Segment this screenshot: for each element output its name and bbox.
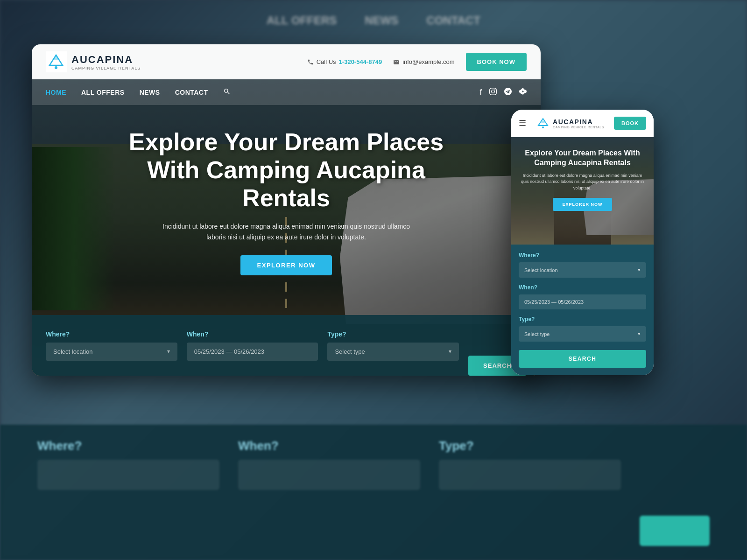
desktop-mockup: AUCAPINA CAMPING VILLAGE RENTALS Call Us…: [32, 44, 541, 376]
blurred-when-input: [238, 460, 420, 490]
hero-subtitle: Incididunt ut labore eut dolore magna al…: [158, 221, 415, 242]
blurred-when-label: When?: [238, 439, 420, 453]
mobile-location-chevron: ▾: [638, 267, 641, 273]
mobile-type-group: Type? Select type ▾: [519, 316, 646, 342]
desktop-nav: HOME ALL OFFERS NEWS CONTACT f: [32, 79, 541, 105]
hero-section: AUCAPINA CAMPING VILLAGE RENTALS Call Us…: [32, 44, 541, 376]
mobile-hero-subtitle: Incididunt ut labore eut dolore magna al…: [519, 173, 646, 192]
mobile-where-label: Where?: [519, 252, 646, 259]
nav-search-icon[interactable]: [223, 88, 231, 97]
desktop-location-select[interactable]: Select location ▾: [46, 343, 177, 361]
mobile-hero: Explore Your Dream Places With Camping A…: [511, 137, 654, 245]
desktop-logo: AUCAPINA CAMPING VILLAGE RENTALS: [46, 51, 141, 72]
blurred-search-btn: [640, 516, 710, 546]
location-placeholder: Select location: [53, 348, 93, 355]
call-label: Call Us: [317, 58, 336, 65]
desktop-logo-subtitle: CAMPING VILLAGE RENTALS: [71, 66, 141, 70]
nav-all-offers[interactable]: ALL OFFERS: [81, 89, 125, 96]
mobile-location-select[interactable]: Select location ▾: [519, 262, 646, 278]
mobile-mockup: ☰ AUCAPINA CAMPING VEHICLE RENTALS BOOK …: [511, 110, 654, 375]
desktop-logo-icon: [46, 51, 67, 72]
blurred-when-field: When?: [238, 439, 420, 490]
blurred-nav-news: NEWS: [365, 14, 398, 27]
type-chevron-down-icon: ▾: [449, 348, 451, 355]
facebook-icon[interactable]: f: [480, 88, 482, 97]
phone-icon: [307, 59, 314, 65]
mobile-logo-text: AUCAPINA CAMPING VEHICLE RENTALS: [553, 118, 604, 129]
mobile-logo-subtitle: CAMPING VEHICLE RENTALS: [553, 126, 604, 129]
desktop-where-field: Where? Select location ▾: [46, 330, 177, 361]
mobile-when-group: When? 05/25/2023 — 05/26/2023: [519, 284, 646, 309]
mobile-search-form: Where? Select location ▾ When? 05/25/202…: [511, 245, 654, 375]
blurred-where-label: Where?: [37, 439, 219, 453]
svg-point-3: [55, 66, 57, 69]
hero-content: Explore Your Dream Places With Camping A…: [32, 128, 541, 275]
nav-links: HOME ALL OFFERS NEWS CONTACT: [46, 88, 231, 97]
hamburger-menu-icon[interactable]: ☰: [519, 118, 526, 128]
desktop-when-label: When?: [187, 330, 318, 338]
mobile-type-chevron: ▾: [638, 331, 641, 337]
desktop-where-label: Where?: [46, 330, 177, 338]
desktop-date-input[interactable]: 05/25/2023 — 05/26/2023: [187, 343, 318, 361]
telegram-icon[interactable]: [504, 88, 512, 97]
mobile-type-label: Type?: [519, 316, 646, 322]
phone-number[interactable]: 1-320-544-8749: [339, 58, 382, 65]
mobile-type-placeholder: Select type: [524, 331, 550, 337]
youtube-icon[interactable]: [519, 88, 527, 97]
header-email: info@example.com: [393, 58, 454, 65]
mobile-search-button[interactable]: SEARCH: [519, 350, 646, 368]
email-address[interactable]: info@example.com: [402, 58, 454, 65]
desktop-search-bar: Where? Select location ▾ When? 05/25/202…: [32, 315, 541, 376]
desktop-header: AUCAPINA CAMPING VILLAGE RENTALS Call Us…: [32, 44, 541, 79]
mobile-logo-name: AUCAPINA: [553, 118, 604, 126]
mobile-explorer-button[interactable]: EXPLORER NOW: [553, 198, 612, 211]
desktop-type-select[interactable]: Select type ▾: [327, 343, 459, 361]
blurred-where-field: Where?: [37, 439, 219, 490]
desktop-type-field: Type? Select type ▾: [327, 330, 459, 361]
blurred-where-input: [37, 460, 219, 490]
social-links: f: [480, 88, 527, 97]
mobile-when-label: When?: [519, 284, 646, 291]
chevron-down-icon: ▾: [167, 348, 170, 355]
book-now-button[interactable]: BOOK NOW: [466, 53, 527, 71]
mobile-hero-content: Explore Your Dream Places With Camping A…: [511, 137, 654, 218]
desktop-logo-name: AUCAPINA: [71, 54, 141, 66]
nav-news[interactable]: NEWS: [140, 89, 160, 96]
blurred-type-label: Type?: [439, 439, 621, 453]
type-placeholder: Select type: [335, 348, 365, 355]
blurred-nav-contact: CONTACT: [426, 14, 480, 27]
header-phone: Call Us 1-320-544-8749: [307, 58, 382, 65]
mobile-where-group: Where? Select location ▾: [519, 252, 646, 278]
mobile-logo: AUCAPINA CAMPING VEHICLE RENTALS: [536, 116, 604, 130]
mobile-date-input[interactable]: 05/25/2023 — 05/26/2023: [519, 294, 646, 309]
blurred-bottom-section: Where? When? Type?: [0, 425, 747, 560]
instagram-icon[interactable]: [489, 88, 497, 97]
hero-title: Explore Your Dream Places With Camping A…: [123, 128, 450, 212]
explorer-now-button[interactable]: EXPLORER NOW: [240, 255, 332, 275]
blurred-type-field: Type?: [439, 439, 621, 490]
desktop-logo-text: AUCAPINA CAMPING VILLAGE RENTALS: [71, 54, 141, 70]
mobile-hero-title: Explore Your Dream Places With Camping A…: [519, 148, 646, 168]
mobile-date-value: 05/25/2023 — 05/26/2023: [524, 299, 584, 305]
desktop-type-label: Type?: [327, 330, 459, 338]
date-value: 05/25/2023 — 05/26/2023: [194, 348, 264, 355]
blurred-nav-offers: ALL OFFERS: [267, 14, 337, 27]
nav-home[interactable]: HOME: [46, 89, 66, 96]
blurred-type-input: [439, 460, 621, 490]
svg-point-7: [542, 126, 544, 128]
desktop-when-field: When? 05/25/2023 — 05/26/2023: [187, 330, 318, 361]
email-icon: [393, 59, 400, 65]
mobile-type-select[interactable]: Select type ▾: [519, 326, 646, 342]
mobile-header: ☰ AUCAPINA CAMPING VEHICLE RENTALS BOOK: [511, 110, 654, 137]
mobile-book-button[interactable]: BOOK: [614, 117, 646, 130]
mobile-location-placeholder: Select location: [524, 267, 558, 273]
mobile-logo-icon: [536, 116, 550, 130]
nav-contact[interactable]: CONTACT: [175, 89, 208, 96]
header-right: Call Us 1-320-544-8749 info@example.com …: [307, 53, 527, 71]
blurred-nav: ALL OFFERS NEWS CONTACT: [0, 14, 747, 27]
